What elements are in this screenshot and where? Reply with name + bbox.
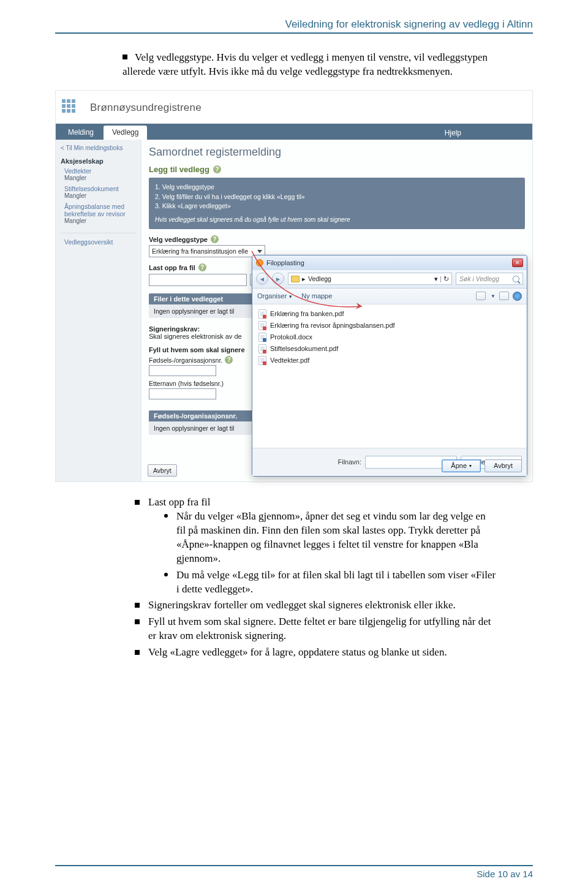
step-2: 2. Velg fil/filer du vil ha i vedlegget … — [155, 192, 519, 202]
pdf-file-icon — [258, 344, 266, 353]
pdf-file-icon — [258, 309, 266, 319]
chevron-down-icon: ▼ — [491, 293, 496, 299]
tab-melding[interactable]: Melding — [59, 126, 102, 140]
search-placeholder: Søk i Vedlegg — [459, 275, 499, 282]
file-item[interactable]: Erklæring fra revisor åpningsbalansen.pd… — [258, 320, 521, 331]
steps-box: 1. Velg vedleggstype 2. Velg fil/filer d… — [149, 178, 525, 229]
cancel-button[interactable]: Avbryt — [148, 464, 177, 477]
open-button[interactable]: Åpne ▾ — [442, 459, 481, 472]
app-screenshot: Brønnøysundregistrene Pålogget: SYVER PR… — [55, 90, 533, 482]
file-item[interactable]: Protokoll.docx — [258, 331, 521, 343]
file-name: Erklæring fra banken.pdf — [270, 310, 344, 317]
step-3: 3. Klikk «Lagre vedlegget» — [155, 202, 519, 211]
pdf-file-icon — [258, 356, 266, 365]
preview-pane-icon[interactable] — [499, 292, 509, 300]
sidebar-heading: Aksjeselskap — [61, 157, 136, 165]
sidebar-back-link[interactable]: < Til Min meldingsboks — [61, 145, 136, 151]
step-1: 1. Velg vedleggstype — [155, 183, 519, 192]
type-select[interactable]: Erklæring fra finansinstitusjon elle — [149, 245, 265, 257]
file-name: Stiftelsesdokument.pdf — [270, 345, 338, 352]
help-icon[interactable] — [513, 292, 522, 301]
type-label: Velg vedleggstype ? — [149, 235, 525, 243]
file-item[interactable]: Erklæring fra banken.pdf — [258, 308, 521, 320]
pdf-file-icon — [258, 321, 266, 330]
dialog-titlebar: Filopplasting ✕ — [252, 255, 527, 270]
list-item: Velg «Lagre vedlegget» for å lagre, oppd… — [135, 646, 496, 660]
brand-name: Brønnøysundregistrene — [90, 102, 202, 114]
section-heading: Legg til vedlegg ? — [149, 165, 525, 174]
list-item: Signeringskrav forteller om vedlegget sk… — [135, 599, 496, 613]
file-upload-dialog: Filopplasting ✕ ◄ ► ▸ Vedlegg ▾ | ↻ Søk … — [252, 255, 527, 477]
surname-input[interactable] — [149, 388, 216, 399]
sidebar: < Til Min meldingsboks Aksjeselskap Vedt… — [56, 140, 141, 481]
file-name: Vedtekter.pdf — [270, 357, 309, 364]
nav-forward-button[interactable]: ► — [272, 273, 284, 285]
file-name: Erklæring fra revisor åpningsbalansen.pd… — [270, 322, 395, 329]
docx-file-icon — [258, 333, 266, 342]
help-icon[interactable]: ? — [198, 263, 206, 271]
nav-back-button[interactable]: ◄ — [256, 273, 268, 285]
page-footer: Side 10 av 14 — [55, 865, 533, 879]
sidebar-status: Mangler — [64, 175, 136, 181]
breadcrumb-folder: Vedlegg — [308, 275, 331, 282]
outro-list: Last opp fra fil Når du velger «Bla gjen… — [135, 496, 496, 660]
login-status: Pålogget: SYVER PRESTHUS — [434, 149, 526, 157]
tab-vedlegg[interactable]: Vedlegg — [104, 126, 147, 140]
breadcrumb[interactable]: ▸ Vedlegg ▾ | ↻ — [288, 273, 452, 285]
fnr-label: Fødsels-/organisasjonsnr. — [149, 357, 222, 364]
file-list: Erklæring fra banken.pdf Erklæring fra r… — [252, 304, 527, 448]
steps-note: Hvis vedlegget skal signeres må du også … — [155, 215, 519, 224]
sidebar-status: Mangler — [64, 192, 136, 199]
help-icon[interactable]: ? — [213, 165, 221, 173]
sidebar-item-stiftelsesdokument[interactable]: Stiftelsesdokument — [64, 185, 136, 192]
tab-hjelp[interactable]: Hjelp — [436, 126, 470, 140]
new-folder-button[interactable]: Ny mappe — [301, 292, 332, 300]
search-icon — [513, 276, 519, 282]
chevron-down-icon — [257, 250, 262, 253]
sidebar-item-apningsbalanse[interactable]: Åpningsbalanse med bekreftelse av reviso… — [64, 203, 136, 217]
organiser-menu[interactable]: Organiser▼ — [257, 292, 293, 300]
view-options-icon[interactable] — [476, 292, 486, 300]
app-header: Brønnøysundregistrene — [56, 91, 532, 124]
help-icon[interactable]: ? — [211, 235, 219, 243]
bullet-square — [123, 55, 127, 59]
sub-list-item: Du må velge «Legg til» for at filen skal… — [164, 568, 496, 597]
tabs-bar: Pålogget: SYVER PRESTHUS Melding Vedlegg… — [56, 124, 532, 140]
sidebar-item-oversikt[interactable]: Vedleggsoversikt — [64, 238, 136, 246]
file-item[interactable]: Vedtekter.pdf — [258, 355, 521, 366]
sidebar-status: Mangler — [64, 217, 136, 224]
file-item[interactable]: Stiftelsesdokument.pdf — [258, 343, 521, 355]
intro-paragraph: Velg vedleggstype. Hvis du velger et ved… — [123, 51, 508, 79]
brand-logo-icon — [62, 99, 75, 113]
page-header: Veiledning for elektronisk signering av … — [55, 18, 533, 34]
search-input[interactable]: Søk i Vedlegg — [456, 273, 523, 285]
firefox-icon — [256, 259, 263, 266]
fnr-input[interactable] — [149, 365, 216, 376]
filename-label: Filnavn: — [337, 458, 361, 466]
file-path-input[interactable] — [149, 274, 247, 286]
dialog-nav: ◄ ► ▸ Vedlegg ▾ | ↻ Søk i Vedlegg — [252, 270, 527, 289]
dialog-toolbar: Organiser▼ Ny mappe ▼ — [252, 289, 527, 304]
help-icon[interactable]: ? — [225, 356, 233, 364]
file-name: Protokoll.docx — [270, 333, 312, 341]
sidebar-item-vedtekter[interactable]: Vedtekter — [64, 167, 136, 175]
type-value: Erklæring fra finansinstitusjon elle — [152, 247, 248, 255]
intro-text: Velg vedleggstype. Hvis du velger et ved… — [123, 51, 488, 77]
close-button[interactable]: ✕ — [512, 259, 523, 267]
list-item: Last opp fra fil Når du velger «Bla gjen… — [135, 496, 496, 597]
list-item: Fyll ut hvem som skal signere. Dette fel… — [135, 615, 496, 643]
sub-list-item: Når du velger «Bla gjennom», åpner det s… — [164, 510, 496, 566]
folder-icon — [291, 276, 300, 282]
dialog-cancel-button[interactable]: Avbryt — [484, 459, 522, 472]
dialog-title: Filopplasting — [266, 259, 304, 266]
